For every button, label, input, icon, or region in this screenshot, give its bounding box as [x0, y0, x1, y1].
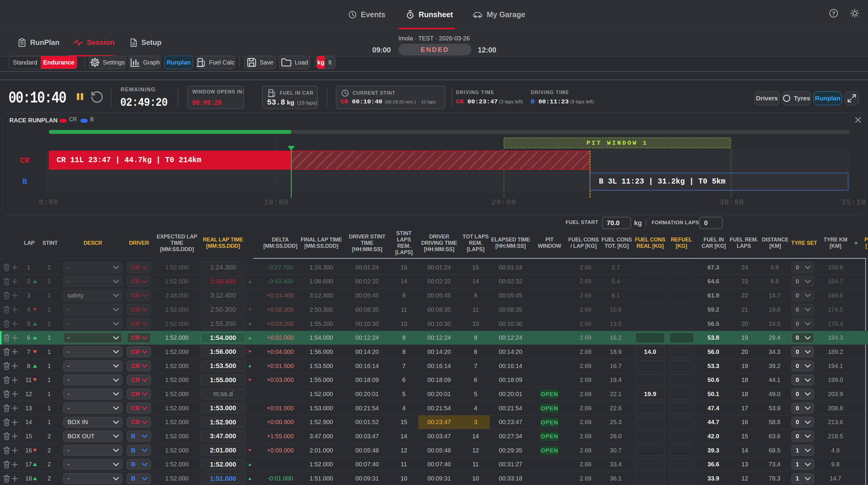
svg-text:?: ?: [832, 10, 835, 17]
